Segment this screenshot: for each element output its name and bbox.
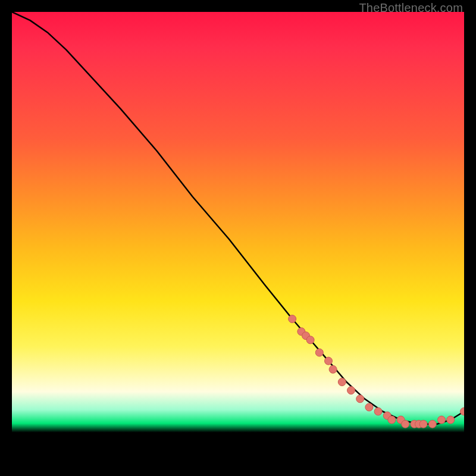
- watermark-text: TheBottleneck.com: [359, 1, 463, 15]
- chart-frame: TheBottleneck.com: [0, 0, 476, 476]
- plot-area: [12, 12, 464, 464]
